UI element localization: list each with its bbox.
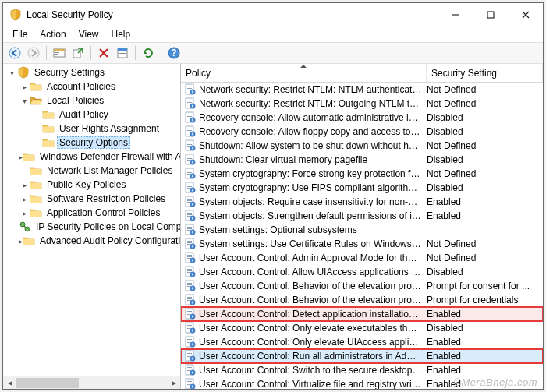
collapse-icon[interactable]: ▾: [19, 97, 30, 105]
policy-row[interactable]: User Account Control: Admin Approval Mod…: [181, 251, 543, 265]
refresh-button[interactable]: [140, 44, 157, 62]
policy-name: System objects: Strengthen default permi…: [199, 210, 427, 221]
tree-item-local-policies[interactable]: ▾ Local Policies: [3, 94, 180, 108]
policy-row[interactable]: User Account Control: Run all administra…: [181, 349, 543, 363]
policy-row[interactable]: System settings: Use Certificate Rules o…: [181, 237, 543, 251]
expand-icon[interactable]: ▸: [19, 83, 30, 91]
list-header: Policy Security Setting: [181, 64, 543, 83]
policy-setting: Enabled: [427, 365, 543, 376]
tree-item-nlm[interactable]: Network List Manager Policies: [3, 164, 180, 178]
back-button[interactable]: [6, 44, 23, 62]
menu-file[interactable]: File: [6, 27, 34, 41]
policy-row[interactable]: Recovery console: Allow floppy copy and …: [181, 125, 543, 139]
expand-icon[interactable]: ▸: [19, 209, 30, 217]
policy-row[interactable]: User Account Control: Behavior of the el…: [181, 279, 543, 293]
tree-item-firewall[interactable]: ▸ Windows Defender Firewall with Adva: [3, 150, 180, 164]
close-button[interactable]: [508, 3, 543, 26]
policy-name: User Account Control: Only elevate UIAcc…: [199, 337, 427, 348]
menu-view[interactable]: View: [73, 27, 105, 41]
window-title: Local Security Policy: [27, 9, 438, 20]
policy-row[interactable]: System objects: Strengthen default permi…: [181, 209, 543, 223]
policy-icon: [184, 238, 197, 250]
policy-row[interactable]: User Account Control: Switch to the secu…: [181, 363, 543, 377]
scroll-track[interactable]: [16, 376, 167, 390]
policy-row[interactable]: User Account Control: Only elevate execu…: [181, 321, 543, 335]
policy-row[interactable]: Shutdown: Allow system to be shut down w…: [181, 139, 543, 153]
tree-label: Security Options: [57, 136, 130, 149]
policy-name: Recovery console: Allow automatic admini…: [199, 112, 427, 123]
tree-item-security-options[interactable]: Security Options: [3, 136, 180, 150]
properties-button[interactable]: [114, 44, 131, 62]
policy-row[interactable]: Shutdown: Clear virtual memory pagefileD…: [181, 153, 543, 167]
column-setting[interactable]: Security Setting: [427, 64, 543, 82]
policy-setting: Enabled: [427, 309, 543, 320]
forward-button[interactable]: [25, 44, 42, 62]
menu-action[interactable]: Action: [34, 27, 72, 41]
tree-item-audit-conf[interactable]: ▸ Advanced Audit Policy Configuration: [3, 234, 180, 248]
policy-row[interactable]: User Account Control: Behavior of the el…: [181, 293, 543, 307]
tree-item-ipsec[interactable]: IP Security Policies on Local Compute: [3, 220, 180, 234]
policy-setting: Not Defined: [427, 238, 543, 249]
tree-item-pubkey[interactable]: ▸ Public Key Policies: [3, 178, 180, 192]
show-hide-tree-button[interactable]: [51, 44, 68, 62]
policy-icon: [184, 294, 197, 306]
policy-icon: [184, 350, 197, 362]
help-button[interactable]: [165, 44, 183, 62]
list-pane: Policy Security Setting Network security…: [181, 64, 543, 389]
policy-row[interactable]: System objects: Require case insensitivi…: [181, 195, 543, 209]
policy-name: Network security: Restrict NTLM: NTLM au…: [199, 84, 427, 95]
minimize-button[interactable]: [438, 3, 473, 26]
tree-pane: ▾ Security Settings ▸ Account Policies ▾…: [3, 64, 181, 389]
export-list-button[interactable]: [69, 44, 87, 62]
expand-icon[interactable]: ▸: [19, 195, 30, 203]
tree-item-audit-policy[interactable]: Audit Policy: [3, 108, 180, 122]
tree-item-srp[interactable]: ▸ Software Restriction Policies: [3, 192, 180, 206]
expand-icon[interactable]: ▸: [19, 181, 30, 189]
policy-row[interactable]: User Account Control: Only elevate UIAcc…: [181, 335, 543, 349]
policy-row[interactable]: User Account Control: Allow UIAccess app…: [181, 265, 543, 279]
policy-icon: [184, 378, 197, 389]
column-policy[interactable]: Policy: [181, 64, 427, 82]
toolbar-separator: [46, 46, 47, 60]
scroll-right-icon[interactable]: ▸: [167, 376, 180, 390]
tree-item-acp[interactable]: ▸ Application Control Policies: [3, 206, 180, 220]
policy-name: Shutdown: Clear virtual memory pagefile: [199, 154, 427, 165]
policy-name: User Account Control: Switch to the secu…: [199, 365, 427, 376]
scroll-thumb[interactable]: [16, 378, 79, 388]
policy-row[interactable]: Network security: Restrict NTLM: NTLM au…: [181, 83, 543, 97]
folder-icon: [23, 235, 35, 247]
tree-root-security-settings[interactable]: ▾ Security Settings: [3, 65, 180, 79]
folder-icon: [30, 80, 42, 93]
column-label: Security Setting: [431, 68, 497, 79]
policy-icon: [184, 322, 197, 334]
collapse-icon[interactable]: ▾: [6, 69, 17, 77]
policy-row[interactable]: System cryptography: Force strong key pr…: [181, 167, 543, 181]
tree-label: Application Control Policies: [44, 207, 162, 219]
policy-setting: Disabled: [427, 323, 543, 334]
folder-icon: [23, 150, 35, 163]
policy-name: System settings: Use Certificate Rules o…: [199, 238, 427, 249]
tree-item-user-rights[interactable]: User Rights Assignment: [3, 122, 180, 136]
menu-help[interactable]: Help: [105, 27, 137, 41]
tree-item-account-policies[interactable]: ▸ Account Policies: [3, 79, 180, 94]
policy-name: Recovery console: Allow floppy copy and …: [199, 126, 427, 137]
maximize-button[interactable]: [473, 3, 508, 26]
policy-icon: [184, 224, 197, 236]
policy-row[interactable]: Network security: Restrict NTLM: Outgoin…: [181, 97, 543, 111]
policy-setting: Not Defined: [427, 140, 543, 151]
policy-name: User Account Control: Behavior of the el…: [199, 281, 427, 291]
list-body: Network security: Restrict NTLM: NTLM au…: [181, 83, 543, 389]
policy-row[interactable]: System cryptography: Use FIPS compliant …: [181, 181, 543, 195]
scroll-left-icon[interactable]: ◂: [3, 376, 16, 390]
policy-icon: [184, 252, 197, 264]
network-icon: [19, 221, 31, 233]
policy-icon: [184, 210, 197, 222]
policy-row[interactable]: User Account Control: Detect application…: [181, 307, 543, 321]
horizontal-scrollbar[interactable]: ◂ ▸: [3, 376, 180, 389]
policy-name: System settings: Optional subsystems: [199, 224, 427, 235]
policy-row[interactable]: System settings: Optional subsystems: [181, 223, 543, 237]
policy-name: System cryptography: Force strong key pr…: [199, 168, 427, 179]
policy-row[interactable]: Recovery console: Allow automatic admini…: [181, 111, 543, 125]
delete-button[interactable]: [95, 44, 112, 62]
policy-setting: Disabled: [427, 112, 543, 123]
